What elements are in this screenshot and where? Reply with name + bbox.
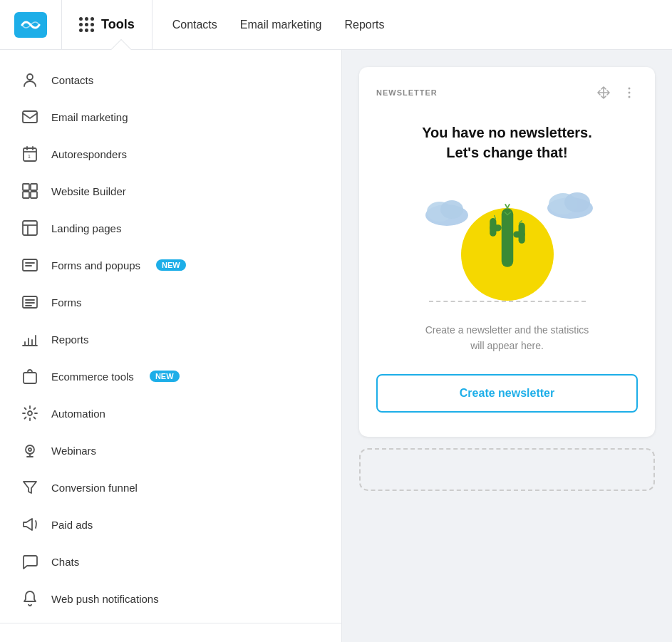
sidebar: Contacts Email marketing 1 — [0, 50, 342, 642]
svg-rect-24 — [501, 208, 513, 267]
forms-popups-badge: NEW — [156, 259, 186, 271]
card-header: NEWSLETTER — [376, 84, 638, 101]
sidebar-item-reports[interactable]: Reports — [0, 321, 341, 358]
gear-icon — [20, 403, 40, 423]
tools-label: Tools — [101, 17, 135, 32]
empty-title: You have no newsletters.Let's change tha… — [376, 123, 638, 162]
ecommerce-badge: NEW — [150, 371, 180, 382]
chat-icon — [20, 552, 40, 571]
svg-point-17 — [629, 96, 631, 98]
desert-scene — [415, 187, 600, 308]
create-newsletter-button[interactable]: Create newsletter — [376, 374, 638, 413]
forms-label: Forms — [51, 296, 82, 309]
topbar: Tools Contacts Email marketing Reports — [0, 0, 672, 50]
svg-point-20 — [440, 200, 463, 219]
svg-rect-9 — [23, 259, 37, 271]
conversion-funnel-label: Conversion funnel — [51, 482, 138, 494]
cloud-left — [422, 194, 472, 229]
cloud-right — [543, 187, 596, 222]
logo[interactable] — [14, 0, 62, 49]
more-menu-icon[interactable] — [621, 84, 638, 101]
cactus — [475, 195, 539, 276]
megaphone-icon — [20, 514, 40, 534]
svg-point-12 — [28, 411, 32, 415]
svg-rect-4 — [23, 184, 29, 190]
sidebar-item-landing-pages[interactable]: Landing pages — [0, 209, 341, 247]
forms-popups-label: Forms and popups — [51, 259, 140, 271]
sidebar-item-forms[interactable]: Forms — [0, 284, 341, 321]
sidebar-item-forms-popups[interactable]: Forms and popups NEW — [0, 247, 341, 284]
svg-line-33 — [494, 215, 495, 219]
envelope-icon — [20, 107, 40, 127]
website-builder-label: Website Builder — [51, 185, 126, 197]
sidebar-item-email-marketing[interactable]: Email marketing — [0, 98, 341, 135]
web-push-label: Web push notifications — [51, 593, 159, 605]
illustration — [376, 180, 638, 308]
logo-icon — [14, 12, 47, 38]
svg-point-13 — [26, 445, 34, 454]
nav-reports[interactable]: Reports — [345, 19, 385, 31]
svg-point-16 — [629, 92, 631, 94]
newsletter-card: NEWSLETTER — [359, 67, 655, 437]
sidebar-item-ecommerce[interactable]: Ecommerce tools NEW — [0, 358, 341, 395]
card-actions — [595, 84, 638, 101]
layout-icon — [20, 218, 40, 238]
content-area: NEWSLETTER — [342, 50, 672, 642]
svg-rect-26 — [490, 218, 496, 237]
automation-label: Automation — [51, 408, 105, 420]
ground-line — [429, 301, 586, 302]
sidebar-item-autoresponders[interactable]: 1 Autoresponders — [0, 135, 341, 172]
funnel-icon — [20, 477, 40, 497]
svg-rect-11 — [24, 373, 36, 383]
chats-label: Chats — [51, 556, 79, 568]
contacts-label: Contacts — [51, 74, 93, 86]
top-nav: Contacts Email marketing Reports — [153, 19, 405, 31]
paid-ads-label: Paid ads — [51, 519, 93, 531]
svg-rect-7 — [31, 192, 37, 198]
sidebar-item-web-push[interactable]: Web push notifications — [0, 580, 341, 617]
nav-contacts[interactable]: Contacts — [172, 19, 217, 31]
sidebar-item-webinars[interactable]: Webinars — [0, 432, 341, 469]
svg-point-0 — [27, 74, 33, 80]
grid-icon — [20, 181, 40, 201]
card-title: NEWSLETTER — [376, 88, 438, 97]
main-layout: Contacts Email marketing 1 — [0, 50, 672, 642]
sidebar-item-website-builder[interactable]: Website Builder — [0, 172, 341, 209]
form-icon — [20, 255, 40, 275]
reports-label: Reports — [51, 333, 89, 346]
empty-state: You have no newsletters.Let's change tha… — [376, 115, 638, 420]
svg-line-30 — [507, 204, 510, 209]
email-marketing-label: Email marketing — [51, 111, 128, 123]
sidebar-item-chats[interactable]: Chats — [0, 543, 341, 580]
bag-icon — [20, 366, 40, 386]
tools-grid-icon — [79, 17, 94, 32]
bell-icon — [20, 589, 40, 609]
empty-description: Create a newsletter and the statisticswi… — [376, 322, 638, 354]
sidebar-divider — [0, 623, 341, 623]
webinars-label: Webinars — [51, 445, 96, 457]
webcam-icon — [20, 440, 40, 460]
ecommerce-label: Ecommerce tools — [51, 371, 134, 383]
sidebar-item-contacts[interactable]: Contacts — [0, 61, 341, 98]
svg-rect-5 — [31, 184, 37, 190]
autoresponders-label: Autoresponders — [51, 148, 127, 160]
calendar-icon: 1 — [20, 144, 40, 164]
svg-point-15 — [629, 88, 631, 90]
sidebar-item-automation[interactable]: Automation — [0, 395, 341, 432]
sidebar-item-conversion-funnel[interactable]: Conversion funnel — [0, 469, 341, 506]
svg-rect-8 — [23, 221, 37, 235]
svg-point-23 — [564, 192, 590, 212]
person-icon — [20, 70, 40, 90]
svg-rect-28 — [518, 223, 524, 244]
nav-email-marketing[interactable]: Email marketing — [240, 19, 322, 31]
tools-menu[interactable]: Tools — [62, 0, 153, 49]
add-widget-placeholder[interactable] — [359, 448, 655, 491]
sidebar-item-paid-ads[interactable]: Paid ads — [0, 506, 341, 543]
svg-rect-1 — [23, 111, 37, 123]
svg-rect-6 — [23, 192, 29, 198]
move-icon[interactable] — [595, 84, 612, 101]
svg-text:1: 1 — [28, 154, 31, 159]
list-icon — [20, 292, 40, 312]
chart-icon — [20, 329, 40, 349]
landing-pages-label: Landing pages — [51, 222, 121, 234]
